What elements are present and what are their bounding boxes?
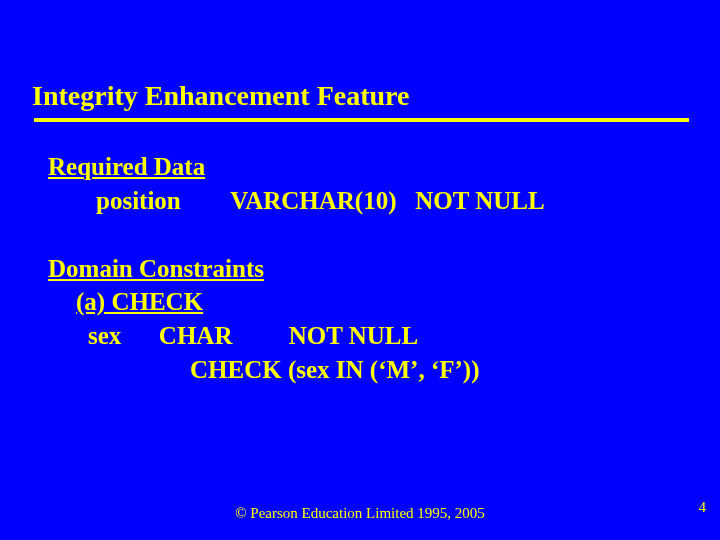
section-required-data-heading: Required Data (48, 153, 205, 180)
section-domain-constraints-heading: Domain Constraints (48, 255, 264, 282)
page-number: 4 (699, 499, 707, 516)
domain-constraints-subheading: (a) CHECK (48, 285, 545, 319)
required-data-row: position VARCHAR(10) NOT NULL (48, 184, 545, 218)
domain-constraints-row-1: sex CHAR NOT NULL (48, 319, 545, 353)
body-content: Required Data position VARCHAR(10) NOT N… (48, 150, 545, 387)
blank-line (48, 218, 545, 252)
title-underline (34, 118, 689, 122)
domain-constraints-row-2: CHECK (sex IN (‘M’, ‘F’)) (48, 353, 545, 387)
slide: Integrity Enhancement Feature Required D… (0, 0, 720, 540)
copyright-footer: © Pearson Education Limited 1995, 2005 (0, 505, 720, 522)
page-title: Integrity Enhancement Feature (32, 80, 409, 112)
